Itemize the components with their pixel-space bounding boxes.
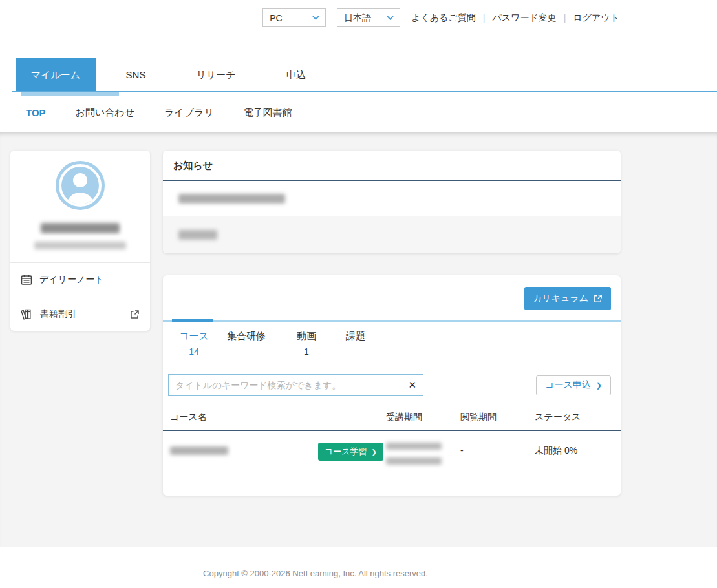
calendar-icon [21, 274, 32, 286]
sidebar-item-label: 書籍割引 [40, 308, 123, 320]
announcements-panel: お知らせ [163, 151, 621, 253]
chevron-right-icon: ❯ [596, 381, 602, 390]
course-name-cell: コース学習 ❯ [170, 443, 386, 465]
tab-count [343, 346, 369, 357]
chevron-down-icon [387, 16, 394, 20]
chevron-down-icon [312, 16, 319, 20]
chevron-right-icon: ❯ [372, 448, 377, 456]
status-cell: 未開始 0% [535, 443, 612, 465]
tab-label: コース [177, 330, 211, 342]
sub-nav: TOP お問い合わせ ライブラリ 電子図書館 [0, 92, 717, 132]
course-panel: カリキュラム コース 14 集合研修 動画 [163, 275, 621, 496]
course-tabs-underline [163, 320, 621, 322]
search-input[interactable] [169, 375, 423, 395]
column-status: ステータス [535, 412, 612, 423]
redacted-announcement-text [178, 194, 285, 204]
top-bar: PC 日本語 よくあるご質問 | パスワード変更 | ログアウト [0, 0, 717, 58]
sidebar: デイリーノート 書籍割引 [10, 151, 150, 547]
redacted-course-name [170, 446, 228, 455]
tab-label: 集合研修 [225, 330, 268, 342]
books-icon [21, 308, 33, 320]
attend-period-cell [386, 443, 460, 465]
tab-count: 1 [294, 346, 319, 357]
course-apply-button[interactable]: コース申込 ❯ [536, 375, 611, 395]
course-apply-label: コース申込 [545, 379, 591, 391]
footer: Copyright © 2000-2026 NetLearning, Inc. … [0, 547, 717, 588]
logout-link[interactable]: ログアウト [573, 12, 619, 24]
search-box: ✕ [168, 374, 423, 396]
tab-group-training[interactable]: 集合研修 [225, 330, 268, 357]
top-links: よくあるご質問 | パスワード変更 | ログアウト [411, 8, 619, 27]
tab-research[interactable]: リサーチ [176, 58, 256, 91]
content-area: デイリーノート 書籍割引 お知らせ [0, 132, 717, 547]
subnav-library[interactable]: ライブラリ [164, 107, 214, 119]
tab-apply[interactable]: 申込 [256, 58, 336, 91]
subnav-top[interactable]: TOP [26, 107, 46, 118]
tab-assignments[interactable]: 課題 [343, 330, 369, 357]
column-view-period: 閲覧期間 [460, 412, 535, 423]
course-study-button[interactable]: コース学習 ❯ [318, 443, 383, 461]
main-column: お知らせ カリキュラム [163, 151, 621, 547]
active-tab-indicator [172, 319, 213, 322]
password-change-link[interactable]: パスワード変更 [492, 12, 556, 24]
sidebar-item-daily-note[interactable]: デイリーノート [10, 262, 150, 297]
tab-label: 動画 [294, 330, 319, 342]
tab-count [225, 346, 268, 357]
column-course-name: コース名 [170, 412, 386, 423]
avatar [56, 161, 105, 210]
subnav-elibrary[interactable]: 電子図書館 [244, 107, 292, 119]
language-select[interactable]: 日本語 [337, 8, 400, 27]
redacted-announcement-text [178, 230, 217, 240]
curriculum-button[interactable]: カリキュラム [524, 287, 611, 310]
faq-link[interactable]: よくあるご質問 [411, 12, 476, 24]
curriculum-button-label: カリキュラム [533, 293, 588, 304]
redacted-date [386, 443, 442, 450]
announcement-item[interactable] [163, 181, 621, 216]
redacted-date [386, 457, 442, 465]
language-select-value: 日本語 [344, 12, 371, 24]
device-select[interactable]: PC [262, 8, 326, 27]
tab-videos[interactable]: 動画 1 [294, 330, 319, 357]
link-separator: | [564, 13, 566, 23]
announcement-item[interactable] [163, 216, 621, 253]
clear-search-button[interactable]: ✕ [405, 375, 419, 395]
sidebar-item-book-discount[interactable]: 書籍割引 [10, 297, 150, 331]
course-table-row: コース学習 ❯ - 未開始 0% [163, 431, 621, 465]
redacted-user-name [41, 223, 120, 233]
external-link-icon [594, 294, 603, 303]
main-tab-bar: マイルーム SNS リサーチ 申込 [12, 58, 717, 92]
external-link-icon [130, 310, 140, 319]
device-select-value: PC [270, 13, 282, 23]
tab-count: 14 [177, 346, 211, 357]
column-attend-period: 受講期間 [386, 412, 460, 423]
tab-courses[interactable]: コース 14 [177, 330, 211, 357]
course-table-header: コース名 受講期間 閲覧期間 ステータス [163, 412, 621, 431]
course-tabs: コース 14 集合研修 動画 1 課題 [163, 330, 621, 357]
link-separator: | [483, 13, 486, 23]
profile-section [10, 151, 150, 262]
tab-myroom[interactable]: マイルーム [16, 58, 96, 91]
subnav-contact[interactable]: お問い合わせ [76, 107, 134, 119]
course-study-label: コース学習 [325, 446, 367, 457]
announcements-title: お知らせ [163, 151, 621, 181]
copyright-text: Copyright © 2000-2026 NetLearning, Inc. … [10, 569, 621, 578]
tab-sns[interactable]: SNS [96, 58, 176, 91]
redacted-user-id [34, 242, 126, 249]
view-period-cell: - [460, 443, 535, 465]
sidebar-item-label: デイリーノート [39, 274, 140, 286]
person-icon [61, 167, 99, 204]
tab-label: 課題 [343, 330, 369, 342]
